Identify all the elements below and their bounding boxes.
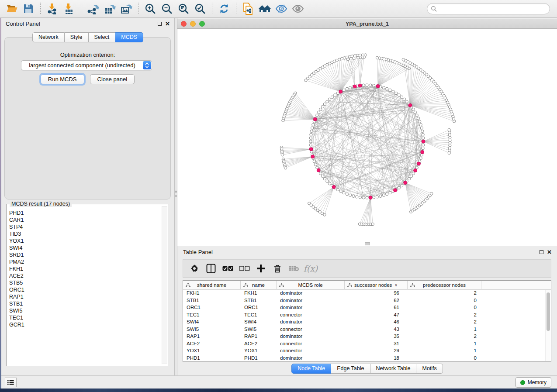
table-row[interactable]: FKH1FKH1dominator962 (183, 289, 551, 297)
table-row[interactable]: ORC1ORC1dominator610 (183, 304, 551, 311)
table-cell: dominator (277, 355, 345, 361)
network-titlebar[interactable]: YPA_prune.txt_1 (177, 19, 557, 29)
table-tab-motifs[interactable]: Motifs (416, 364, 443, 374)
import-table-button[interactable] (62, 1, 76, 16)
save-session-button[interactable] (21, 1, 36, 16)
table-row[interactable]: PHD1PHD1dominator180 (183, 354, 551, 362)
maximize-traffic-light[interactable] (199, 21, 205, 27)
clone-network-button[interactable] (241, 1, 256, 16)
result-list-item[interactable]: GCR1 (9, 321, 160, 328)
result-list-item[interactable]: ORC1 (9, 286, 160, 293)
show-graphics-details-button[interactable] (291, 1, 305, 16)
table-row[interactable]: SWI5SWI5connector431 (183, 326, 551, 333)
export-network-button[interactable] (86, 1, 100, 16)
table-cell: 2 (408, 312, 481, 317)
zoom-out-button[interactable] (159, 1, 174, 16)
result-list-item[interactable]: FKH1 (9, 265, 160, 272)
table-settings-button[interactable] (187, 261, 202, 276)
table-cell: 29 (345, 348, 408, 353)
column-header-shared-name[interactable]: shared name (183, 281, 241, 289)
table-row[interactable]: STB1STB1dominator620 (183, 297, 551, 304)
show-all-columns-button[interactable] (220, 261, 235, 276)
run-mcds-button[interactable]: Run MCDS (41, 74, 84, 84)
home-button[interactable] (257, 1, 272, 16)
tab-mcds[interactable]: MCDS (115, 32, 143, 42)
table-cell: 1 (408, 348, 481, 353)
table-row[interactable]: YOX1YOX1connector291 (183, 347, 551, 354)
export-table-button[interactable] (102, 1, 117, 16)
close-table-panel-icon[interactable]: ✕ (547, 249, 552, 255)
result-list-item[interactable]: STB5 (9, 279, 160, 286)
control-panel-title: Control Panel (6, 21, 40, 27)
result-list-item[interactable]: SWI5 (9, 307, 160, 314)
horizontal-splitter-grip[interactable] (365, 242, 370, 245)
table-row[interactable]: SWI4SWI4dominator462 (183, 318, 551, 326)
table-cell: connector (277, 327, 345, 332)
hide-all-columns-button[interactable] (237, 261, 252, 276)
open-file-button[interactable] (4, 1, 19, 16)
result-list-item[interactable]: TID3 (9, 230, 160, 237)
result-list-item[interactable]: YOX1 (9, 237, 160, 244)
minimize-traffic-light[interactable] (190, 21, 196, 27)
tab-style[interactable]: Style (65, 32, 89, 42)
close-traffic-light[interactable] (181, 21, 187, 27)
result-list-scrollbar[interactable] (162, 206, 167, 364)
table-panel-header: Table Panel ✕ (177, 246, 557, 258)
network-canvas[interactable] (177, 29, 557, 246)
tab-network[interactable]: Network (32, 32, 65, 42)
column-header-MCDS-role[interactable]: MCDS role (277, 281, 345, 289)
zoom-fit-button[interactable] (176, 1, 191, 16)
desktop-wallpaper-edge (0, 18, 1, 389)
table-cell: STB1 (241, 298, 277, 303)
float-panel-icon[interactable] (158, 22, 162, 26)
result-list-item[interactable]: PMA2 (9, 258, 160, 265)
table-scrollbar[interactable] (545, 290, 550, 361)
memory-status-icon (520, 380, 525, 385)
result-list-item[interactable]: PHD1 (9, 210, 160, 217)
table-row[interactable]: RAP1RAP1dominator352 (183, 333, 551, 340)
hide-graphics-details-button[interactable] (274, 1, 289, 16)
memory-button[interactable]: Memory (515, 377, 551, 388)
optimization-select[interactable]: largest connected component (undirected) (21, 60, 152, 70)
float-table-panel-icon[interactable] (540, 250, 543, 254)
table-toolbar: f(x) (183, 259, 551, 278)
result-list-item[interactable]: CAR1 (9, 217, 160, 224)
zoom-in-icon (145, 3, 156, 14)
split-view-button[interactable] (204, 261, 218, 276)
search-input[interactable] (437, 4, 550, 13)
table-scrollbar-thumb[interactable] (547, 292, 550, 331)
column-header-label: MCDS role (298, 282, 322, 288)
table-cell: TEC1 (241, 312, 277, 317)
table-cell: 47 (345, 312, 408, 317)
table-cell: connector (277, 312, 345, 317)
create-column-button[interactable] (253, 261, 268, 276)
result-list-item[interactable]: SRD1 (9, 251, 160, 258)
memory-label: Memory (528, 379, 547, 385)
column-header-predecessor-nodes[interactable]: predecessor nodes (408, 281, 481, 289)
import-network-button[interactable] (45, 1, 60, 16)
delete-columns-button[interactable] (270, 261, 285, 276)
result-list-item[interactable]: STB1 (9, 300, 160, 307)
optimization-select-value: largest connected component (undirected) (21, 62, 143, 69)
table-row[interactable]: TEC1TEC1connector472 (183, 311, 551, 319)
result-list-item[interactable]: STP4 (9, 224, 160, 230)
task-history-button[interactable] (5, 378, 17, 387)
close-panel-icon[interactable]: ✕ (165, 21, 170, 27)
table-tab-node-table[interactable]: Node Table (291, 364, 331, 374)
refresh-button[interactable] (217, 1, 232, 16)
zoom-selected-button[interactable] (193, 1, 208, 16)
table-tab-edge-table[interactable]: Edge Table (331, 364, 370, 374)
zoom-in-button[interactable] (143, 1, 158, 16)
tab-select[interactable]: Select (89, 32, 116, 42)
table-tab-network-table[interactable]: Network Table (370, 364, 417, 374)
column-header-successor-nodes[interactable]: successor nodes∨ (345, 281, 408, 289)
result-list-item[interactable]: TEC1 (9, 314, 160, 321)
result-list-item[interactable]: SWI4 (9, 244, 160, 251)
toolbar-separator (81, 3, 81, 15)
table-row[interactable]: ACE2ACE2connector311 (183, 340, 551, 347)
export-image-button[interactable] (119, 1, 134, 16)
result-list-item[interactable]: ACE2 (9, 272, 160, 279)
result-list-item[interactable]: RAP1 (9, 293, 160, 300)
column-header-name[interactable]: name (241, 281, 277, 289)
close-panel-button[interactable]: Close panel (90, 74, 135, 84)
